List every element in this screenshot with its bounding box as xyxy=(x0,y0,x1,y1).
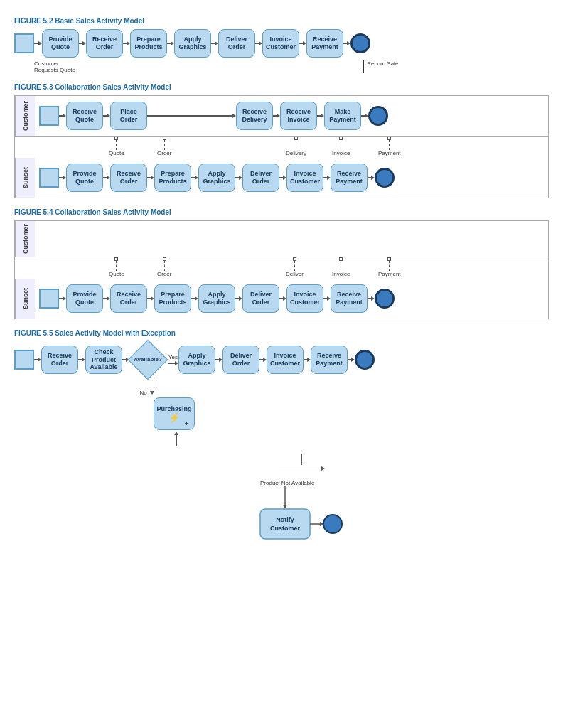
exception-flow-svg: Product Not Available Notify Customer xyxy=(175,476,388,569)
node-provide-quote-52: ProvideQuote xyxy=(42,29,79,58)
dashed-invoice-53: Invoice xyxy=(332,136,350,156)
lane-label-sunset-54: Sunset xyxy=(15,279,35,318)
figure-53: FIGURE 5.3 Collaboration Sales Activity … xyxy=(14,83,549,198)
node-receive-delivery-c53: ReceiveDelivery xyxy=(236,102,273,130)
lane-content-customer-53: ReceiveQuote PlaceOrder ReceiveDelivery … xyxy=(35,96,548,136)
fig53-collab: Customer ReceiveQuote PlaceOrder Receive… xyxy=(14,95,549,198)
lane-sunset-54: Sunset ProvideQuote ReceiveOrder Prepare… xyxy=(15,279,548,318)
no-branch-flow: No Purchasing ⚡ + xyxy=(154,378,549,446)
dashed-quote-53: Quote xyxy=(109,136,124,156)
yes-label: Yes xyxy=(168,354,178,360)
dashed-payment-54: Payment xyxy=(378,257,401,277)
no-down-arrow: No xyxy=(154,378,154,396)
dashed-connectors-54: Quote Order Deliver Invoice Payment xyxy=(35,257,548,279)
end-circle-s54 xyxy=(375,289,395,309)
yes-arrow xyxy=(168,361,178,365)
node-receive-order-55: ReceiveOrder xyxy=(41,346,78,374)
no-label-row: No xyxy=(139,390,154,396)
fig54-title: FIGURE 5.4 Collaboration Sales Activity … xyxy=(14,208,549,216)
node-make-payment-c53: MakePayment xyxy=(324,102,361,130)
dashed-connectors-53: Quote Order Delivery Invoice xyxy=(35,136,548,158)
figure-54: FIGURE 5.4 Collaboration Sales Activity … xyxy=(14,208,549,319)
no-label: No xyxy=(139,390,146,396)
node-receive-payment-52: ReceivePayment xyxy=(306,29,343,58)
node-prepare-products-s54: PrepareProducts xyxy=(154,284,191,313)
lane-content-sunset-54: ProvideQuote ReceiveOrder PrepareProduct… xyxy=(35,279,548,318)
node-provide-quote-s53: ProvideQuote xyxy=(66,164,103,192)
start-circle-52 xyxy=(14,33,34,53)
node-prepare-products-52: PrepareProducts xyxy=(130,29,167,58)
arrow xyxy=(168,363,175,364)
svg-rect-2 xyxy=(260,509,310,539)
node-check-product-55: CheckProductAvailable xyxy=(85,346,122,374)
fig55-bottom: Product Not Available Notify Customer xyxy=(14,476,549,573)
start-circle-55 xyxy=(14,350,34,370)
horiz-line xyxy=(279,469,321,469)
svg-point-7 xyxy=(323,515,342,533)
end-circle-55 xyxy=(355,350,375,370)
plus-icon: + xyxy=(185,420,188,428)
node-apply-graphics-55: ApplyGraphics xyxy=(178,346,215,374)
dashed-deliver-54: Deliver xyxy=(286,257,304,277)
node-receive-order-s54: ReceiveOrder xyxy=(110,284,147,313)
node-apply-graphics-s53: ApplyGraphics xyxy=(198,164,235,192)
arrow-long xyxy=(147,115,232,117)
svg-marker-1 xyxy=(283,505,287,509)
node-receive-invoice-c53: ReceiveInvoice xyxy=(280,102,317,130)
end-circle-s53 xyxy=(375,168,395,188)
fig52-flow: ProvideQuote ReceiveOrder PrepareProduct… xyxy=(14,29,549,58)
lane-label-customer-54: Customer xyxy=(15,221,35,257)
node-place-order-c53: PlaceOrder xyxy=(110,102,147,130)
fig52-title: FIGURE 5.2 Basic Sales Activity Model xyxy=(14,17,549,25)
product-not-available-row xyxy=(279,466,325,471)
start-circle-s53 xyxy=(39,168,59,188)
lane-label-sunset-53: Sunset xyxy=(15,158,35,198)
dashed-delivery-53: Delivery xyxy=(286,136,306,156)
node-deliver-order-s53: DeliverOrder xyxy=(242,164,279,192)
lane-customer-54: Customer xyxy=(15,221,548,257)
dashed-order-53: Order xyxy=(157,136,171,156)
node-purchasing-55: Purchasing ⚡ + xyxy=(154,397,195,430)
node-deliver-order-55: DeliverOrder xyxy=(222,346,259,374)
dashed-order-54: Order xyxy=(157,257,171,277)
fig55-main-flow: ReceiveOrder CheckProductAvailable Avail… xyxy=(14,341,549,378)
fig55-content: ReceiveOrder CheckProductAvailable Avail… xyxy=(14,341,549,573)
label-record-sale: Record Sale xyxy=(363,60,398,73)
svg-text:Notify: Notify xyxy=(276,516,294,523)
product-not-available: Product Not Available Notify Customer xyxy=(175,476,388,570)
node-apply-graphics-s54: ApplyGraphics xyxy=(198,284,235,313)
lane-label-customer-53: Customer xyxy=(15,96,35,136)
down-line-2 xyxy=(301,454,302,465)
figure-52: FIGURE 5.2 Basic Sales Activity Model Pr… xyxy=(14,7,549,73)
node-deliver-order-52: DeliverOrder xyxy=(218,29,255,58)
diamond-wrap-55: Available? xyxy=(129,341,166,378)
up-to-apply xyxy=(174,432,178,446)
node-invoice-customer-55: InvoiceCustomer xyxy=(267,346,304,374)
fig55-exception-branch xyxy=(154,454,549,471)
node-receive-order-52: ReceiveOrder xyxy=(86,29,123,58)
node-prepare-products-s53: PrepareProducts xyxy=(154,164,191,192)
start-circle-c53 xyxy=(39,106,59,126)
node-apply-graphics-52: ApplyGraphics xyxy=(174,29,211,58)
diamond-label-55: Available? xyxy=(129,341,166,378)
end-circle-c53 xyxy=(368,106,388,126)
figure-55: FIGURE 5.5 Sales Activity Model with Exc… xyxy=(14,329,549,573)
right-arrowhead xyxy=(321,466,325,471)
purchasing-row: Purchasing ⚡ + xyxy=(154,397,195,430)
down-arrowhead xyxy=(150,391,154,395)
dashed-quote-54: Quote xyxy=(109,257,124,277)
svg-text:Customer: Customer xyxy=(270,525,301,532)
yes-branch: Yes xyxy=(168,354,178,365)
node-receive-quote-c53: ReceiveQuote xyxy=(66,102,103,130)
fig54-collab: Customer Quote Order Deliver xyxy=(14,220,549,319)
lane-sunset-53: Sunset ProvideQuote ReceiveOrder Prepare… xyxy=(15,158,548,198)
vert-line-up xyxy=(176,435,177,446)
lane-content-customer-54 xyxy=(35,221,548,257)
lane-content-sunset-53: ProvideQuote ReceiveOrder PrepareProduct… xyxy=(35,158,548,198)
node-receive-order-s53: ReceiveOrder xyxy=(110,164,147,192)
node-receive-payment-s53: ReceivePayment xyxy=(331,164,368,192)
vert-line xyxy=(154,378,154,390)
node-invoice-customer-s53: InvoiceCustomer xyxy=(286,164,323,192)
lane-customer-53: Customer ReceiveQuote PlaceOrder Receive… xyxy=(15,96,548,136)
fig53-title: FIGURE 5.3 Collaboration Sales Activity … xyxy=(14,83,549,91)
